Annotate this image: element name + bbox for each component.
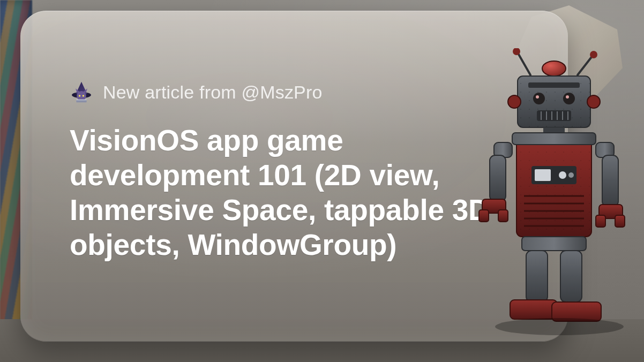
- svg-point-3: [83, 95, 84, 96]
- svg-point-14: [533, 93, 545, 104]
- svg-rect-51: [526, 251, 548, 302]
- svg-rect-48: [596, 215, 605, 227]
- svg-point-15: [563, 93, 575, 104]
- toy-robot-icon: [468, 48, 640, 348]
- svg-line-8: [578, 56, 593, 75]
- article-subhead: New article from @MszPro: [103, 82, 323, 103]
- svg-point-53: [495, 318, 624, 335]
- svg-rect-41: [490, 155, 506, 201]
- svg-point-10: [590, 51, 597, 58]
- svg-rect-50: [522, 237, 586, 251]
- svg-rect-18: [537, 110, 571, 121]
- svg-point-25: [508, 95, 521, 108]
- svg-point-16: [536, 95, 539, 99]
- svg-point-11: [542, 61, 566, 76]
- svg-rect-44: [498, 210, 508, 222]
- svg-rect-43: [479, 210, 489, 222]
- svg-point-26: [587, 95, 600, 108]
- svg-rect-30: [512, 133, 596, 145]
- svg-point-33: [559, 171, 566, 179]
- svg-rect-29: [516, 135, 591, 237]
- svg-rect-46: [602, 155, 618, 207]
- svg-rect-49: [615, 215, 625, 227]
- svg-rect-32: [535, 169, 551, 181]
- svg-point-17: [566, 95, 569, 99]
- svg-rect-52: [560, 251, 582, 302]
- svg-rect-13: [528, 82, 580, 88]
- article-title: VisionOS app game development 101 (2D vi…: [70, 123, 525, 262]
- svg-line-7: [518, 52, 530, 75]
- article-subhead-row: New article from @MszPro: [70, 80, 525, 104]
- author-avatar-icon: [70, 80, 93, 104]
- svg-point-34: [568, 172, 574, 178]
- svg-point-2: [79, 95, 80, 96]
- svg-rect-5: [76, 100, 86, 100]
